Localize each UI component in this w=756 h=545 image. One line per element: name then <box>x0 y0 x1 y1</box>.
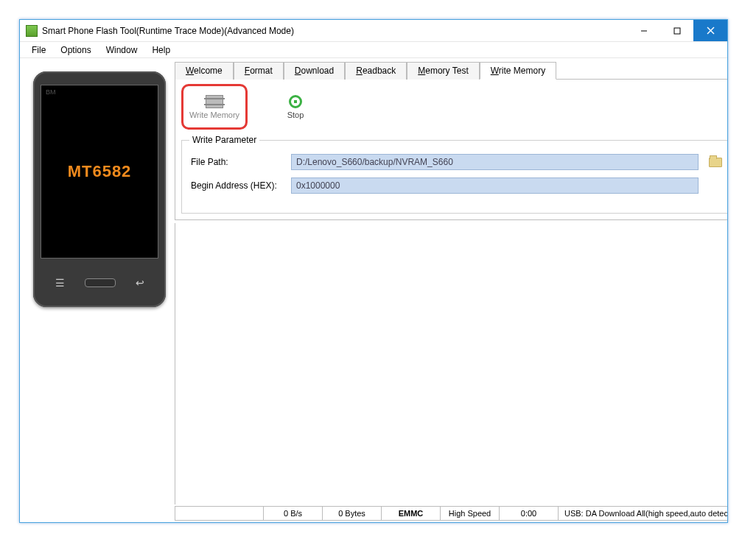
menu-help[interactable]: Help <box>144 43 178 57</box>
group-title: Write Parameter <box>189 135 259 145</box>
tab-download[interactable]: Download <box>284 62 345 80</box>
window-title: Smart Phone Flash Tool(Runtime Trace Mod… <box>42 26 627 36</box>
tab-readback[interactable]: Readback <box>345 62 407 80</box>
minimize-button[interactable] <box>627 20 660 41</box>
close-button[interactable] <box>693 20 727 41</box>
tab-memory-test[interactable]: Memory Test <box>407 62 479 80</box>
window-controls <box>627 20 727 41</box>
file-path-input[interactable] <box>291 154 699 170</box>
menubar: File Options Window Help <box>20 42 727 58</box>
stop-icon <box>289 95 302 108</box>
tab-format[interactable]: Format <box>234 62 284 80</box>
phone-chip-label: MT6582 <box>68 162 132 181</box>
status-rate: 0 B/s <box>264 507 323 520</box>
left-pane: BM MT6582 ☰ ↩ <box>20 58 175 522</box>
phone-screen: BM MT6582 <box>41 85 158 259</box>
svg-rect-1 <box>674 28 680 34</box>
file-path-label: File Path: <box>191 157 291 167</box>
phone-menu-icon: ☰ <box>55 277 65 289</box>
phone-mockup: BM MT6582 ☰ ↩ <box>33 71 166 307</box>
menu-window[interactable]: Window <box>99 43 145 57</box>
tab-welcome[interactable]: Welcome <box>175 62 234 80</box>
chip-icon <box>206 95 223 108</box>
write-memory-label: Write Memory <box>189 110 239 119</box>
begin-addr-row: Begin Address (HEX): <box>191 177 725 194</box>
phone-hw-buttons: ☰ ↩ <box>33 259 166 307</box>
tab-strip: Welcome Format Download Readback Memory … <box>175 61 727 80</box>
content-spacer <box>175 223 727 504</box>
write-parameter-group: Write Parameter File Path: Begin Address… <box>181 140 727 214</box>
stop-label: Stop <box>287 110 304 119</box>
file-path-row: File Path: <box>191 154 725 170</box>
main-body: BM MT6582 ☰ ↩ Welcome Format Download <box>20 58 727 522</box>
menu-options[interactable]: Options <box>53 43 98 57</box>
right-pane: Welcome Format Download Readback Memory … <box>175 58 727 522</box>
phone-home-button <box>85 278 116 287</box>
stop-button[interactable]: Stop <box>264 85 327 128</box>
status-speed: High Speed <box>441 507 500 520</box>
maximize-button[interactable] <box>660 20 693 41</box>
phone-back-icon: ↩ <box>136 277 144 289</box>
begin-addr-label: Begin Address (HEX): <box>191 180 291 191</box>
toolbar: Write Memory Stop <box>181 84 727 133</box>
status-time: 0:00 <box>500 507 559 520</box>
tab-write-memory[interactable]: Write Memory <box>480 62 556 80</box>
status-bytes: 0 Bytes <box>323 507 382 520</box>
browse-button[interactable] <box>706 154 725 170</box>
status-empty <box>175 507 264 520</box>
app-window: Smart Phone Flash Tool(Runtime Trace Mod… <box>19 19 728 523</box>
app-icon <box>26 25 38 37</box>
folder-icon <box>709 158 722 167</box>
begin-addr-input[interactable] <box>291 177 699 194</box>
write-memory-button[interactable]: Write Memory <box>183 85 246 128</box>
phone-brand: BM <box>46 88 56 96</box>
titlebar: Smart Phone Flash Tool(Runtime Trace Mod… <box>20 20 727 42</box>
status-usb: USB: DA Download All(high speed,auto det… <box>559 507 727 520</box>
tab-content: Write Memory Stop Write Parameter File P… <box>175 80 727 220</box>
statusbar: 0 B/s 0 Bytes EMMC High Speed 0:00 USB: … <box>175 506 727 521</box>
menu-file[interactable]: File <box>24 43 53 57</box>
status-storage: EMMC <box>382 507 441 520</box>
